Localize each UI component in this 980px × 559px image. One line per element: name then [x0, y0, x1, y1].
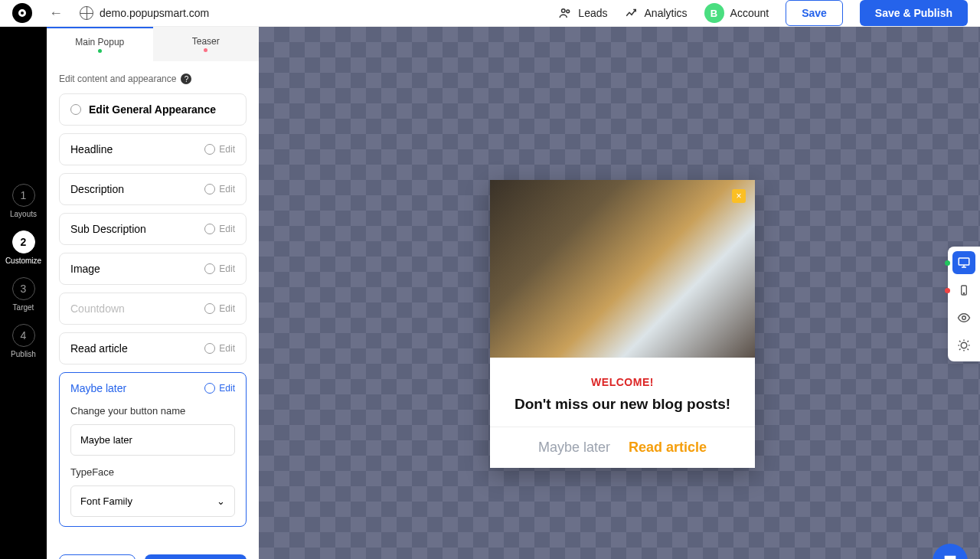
row-image[interactable]: Image Edit — [59, 253, 247, 285]
device-desktop-button[interactable] — [952, 251, 975, 274]
section-title: Edit content and appearance ? — [59, 74, 247, 84]
gear-icon — [204, 343, 215, 354]
step-circle: 4 — [12, 324, 35, 347]
popup-image: × — [490, 180, 755, 358]
panel-footer: Prev Next to Teaser — [47, 547, 259, 559]
edit-pill: Edit — [204, 224, 235, 234]
back-arrow-icon[interactable]: ← — [49, 5, 63, 21]
next-button[interactable]: Next to Teaser — [145, 554, 247, 559]
row-label: Read article — [70, 342, 128, 355]
row-countdown[interactable]: Countdown Edit — [59, 293, 247, 325]
popup-preview: × WELCOME! Don't miss our new blog posts… — [490, 180, 755, 468]
device-rail — [948, 247, 980, 361]
save-button[interactable]: Save — [786, 0, 843, 26]
svg-point-1 — [567, 10, 570, 13]
edit-pill: Edit — [204, 144, 235, 155]
button-name-label: Change your button name — [70, 405, 235, 417]
gear-icon — [204, 383, 215, 394]
step-target[interactable]: 3 Target — [12, 277, 35, 312]
tab-teaser[interactable]: Teaser — [153, 27, 260, 61]
row-label: Image — [70, 263, 100, 275]
site-url-text: demo.popupsmart.com — [100, 7, 209, 19]
row-label: Countdown — [70, 302, 125, 315]
save-publish-button[interactable]: Save & Publish — [860, 0, 968, 26]
gear-icon — [204, 184, 215, 195]
popup-maybe-later-button[interactable]: Maybe later — [538, 440, 610, 456]
tab-label: Teaser — [192, 36, 220, 47]
button-name-input[interactable] — [70, 424, 235, 456]
edit-pill: Edit — [204, 383, 235, 394]
row-general-appearance[interactable]: Edit General Appearance — [59, 93, 247, 126]
bug-icon — [957, 338, 971, 352]
step-publish[interactable]: 4 Publish — [11, 324, 36, 358]
edit-pill: Edit — [204, 184, 235, 195]
svg-point-6 — [961, 342, 967, 348]
nav-account[interactable]: B Account — [704, 3, 769, 23]
mobile-icon — [958, 284, 970, 296]
close-icon[interactable]: × — [732, 189, 746, 203]
chevron-down-icon: ⌄ — [217, 495, 225, 507]
gear-icon — [204, 263, 215, 274]
row-subdescription[interactable]: Sub Description Edit — [59, 213, 247, 245]
panel-body[interactable]: Edit content and appearance ? Edit Gener… — [47, 61, 259, 547]
help-icon[interactable]: ? — [181, 74, 191, 84]
typeface-label: TypeFace — [70, 466, 235, 478]
row-label: Headline — [70, 143, 113, 155]
row-label: Description — [70, 183, 124, 195]
leads-icon — [558, 6, 572, 20]
status-dot-icon — [945, 288, 950, 293]
row-headline[interactable]: Headline Edit — [59, 133, 247, 165]
edit-pill: Edit — [204, 343, 235, 354]
globe-icon — [80, 6, 93, 20]
prev-button[interactable]: Prev — [59, 554, 136, 559]
popup-read-article-button[interactable]: Read article — [629, 440, 707, 456]
tab-main-popup[interactable]: Main Popup — [47, 27, 153, 61]
edit-pill: Edit — [204, 303, 235, 314]
device-mobile-button[interactable] — [952, 279, 975, 302]
nav-leads-label: Leads — [578, 7, 607, 19]
svg-rect-2 — [959, 258, 969, 265]
device-preview-button[interactable] — [952, 306, 975, 329]
step-circle: 2 — [12, 230, 35, 253]
row-label: Sub Description — [70, 223, 146, 235]
gear-icon — [204, 224, 215, 234]
analytics-icon — [625, 6, 639, 20]
edit-text: Edit — [219, 383, 235, 394]
popup-welcome-text: WELCOME! — [502, 376, 743, 388]
step-layouts[interactable]: 1 Layouts — [10, 184, 37, 218]
edit-text: Edit — [219, 224, 235, 234]
edit-pill: Edit — [204, 263, 235, 274]
avatar: B — [704, 3, 724, 23]
edit-text: Edit — [219, 184, 235, 195]
step-circle: 3 — [12, 277, 35, 300]
step-customize[interactable]: 2 Customize — [5, 230, 41, 265]
row-read-article[interactable]: Read article Edit — [59, 332, 247, 364]
edit-text: Edit — [219, 303, 235, 314]
row-description[interactable]: Description Edit — [59, 173, 247, 205]
popup-title-text: Don't miss our new blog posts! — [502, 396, 743, 413]
font-family-select[interactable]: Font Family ⌄ — [70, 485, 235, 517]
nav-analytics-label: Analytics — [645, 7, 688, 19]
section-title-text: Edit content and appearance — [59, 74, 176, 84]
nav-leads[interactable]: Leads — [558, 6, 607, 20]
topbar: ← demo.popupsmart.com Leads Analytics B … — [0, 0, 980, 27]
step-label: Publish — [11, 350, 36, 358]
preview-canvas: × WELCOME! Don't miss our new blog posts… — [259, 27, 980, 559]
status-dot-icon — [945, 260, 950, 266]
row-maybe-later[interactable]: Maybe later Edit Change your button name… — [59, 372, 247, 527]
logo-icon[interactable] — [12, 3, 32, 23]
step-label: Target — [13, 303, 34, 312]
popup-footer: Maybe later Read article — [490, 427, 755, 468]
chat-fab[interactable] — [933, 544, 968, 559]
svg-point-5 — [962, 316, 966, 320]
site-url: demo.popupsmart.com — [80, 6, 209, 20]
nav-account-label: Account — [730, 7, 769, 19]
gear-icon — [204, 144, 215, 155]
row-label: Maybe later — [70, 382, 126, 394]
edit-text: Edit — [219, 144, 235, 155]
select-value: Font Family — [80, 495, 132, 507]
nav-analytics[interactable]: Analytics — [625, 6, 688, 20]
desktop-icon — [957, 256, 971, 270]
side-panel: Main Popup Teaser Edit content and appea… — [47, 27, 259, 559]
device-debug-button[interactable] — [952, 334, 975, 357]
